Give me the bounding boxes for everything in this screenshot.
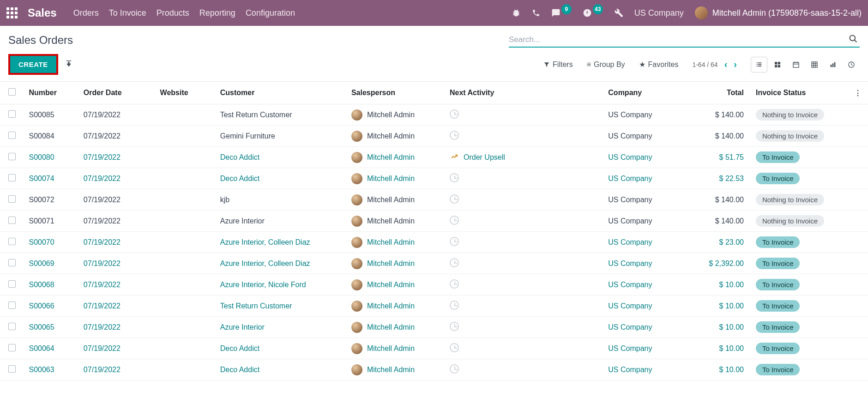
- row-checkbox[interactable]: [8, 174, 16, 181]
- clock-icon[interactable]: [450, 216, 459, 225]
- row-checkbox[interactable]: [8, 259, 16, 266]
- clock-icon[interactable]: [450, 279, 459, 289]
- create-button[interactable]: CREATE: [8, 54, 58, 75]
- clock-icon[interactable]: [450, 109, 459, 119]
- cell-salesperson[interactable]: Mitchell Admin: [367, 323, 415, 332]
- filters-button[interactable]: Filters: [543, 60, 573, 69]
- nav-products[interactable]: Products: [157, 8, 189, 18]
- th-customer[interactable]: Customer: [217, 82, 348, 104]
- row-checkbox[interactable]: [8, 195, 16, 203]
- cell-company[interactable]: US Company: [608, 281, 652, 289]
- row-checkbox[interactable]: [8, 217, 16, 224]
- th-next-activity[interactable]: Next Activity: [446, 82, 604, 104]
- pager-text[interactable]: 1-64 / 64: [692, 61, 717, 68]
- cell-salesperson[interactable]: Mitchell Admin: [367, 132, 415, 140]
- company-switcher[interactable]: US Company: [634, 8, 684, 18]
- table-row[interactable]: S00084 07/19/2022 Gemini Furniture Mitch…: [0, 126, 868, 147]
- table-row[interactable]: S00074 07/19/2022 Deco Addict Mitchell A…: [0, 168, 868, 189]
- table-row[interactable]: S00068 07/19/2022 Azure Interior, Nicole…: [0, 274, 868, 295]
- messages-icon[interactable]: 9: [551, 8, 572, 18]
- brand-title[interactable]: Sales: [28, 6, 57, 19]
- row-checkbox[interactable]: [8, 280, 16, 288]
- cell-customer[interactable]: Azure Interior, Nicole Ford: [220, 281, 306, 289]
- cell-salesperson[interactable]: Mitchell Admin: [367, 302, 415, 310]
- th-total[interactable]: Total: [692, 82, 752, 104]
- th-order-date[interactable]: Order Date: [80, 82, 157, 104]
- cell-customer[interactable]: Test Return Customer: [220, 302, 292, 310]
- table-row[interactable]: S00069 07/19/2022 Azure Interior, Collee…: [0, 253, 868, 274]
- clock-icon[interactable]: [450, 131, 459, 140]
- table-row[interactable]: S00071 07/19/2022 Azure Interior Mitchel…: [0, 211, 868, 232]
- view-pivot-icon[interactable]: [806, 57, 823, 72]
- cell-company[interactable]: US Company: [608, 196, 652, 204]
- cell-number[interactable]: S00066: [29, 302, 54, 310]
- cell-number[interactable]: S00084: [29, 132, 54, 140]
- clock-icon[interactable]: [450, 194, 459, 204]
- groupby-button[interactable]: ≡ Group By: [587, 60, 625, 69]
- bug-icon[interactable]: [512, 8, 521, 18]
- table-row[interactable]: S00064 07/19/2022 Deco Addict Mitchell A…: [0, 338, 868, 359]
- cell-customer[interactable]: Azure Interior: [220, 217, 265, 225]
- clock-icon[interactable]: [450, 364, 459, 374]
- row-checkbox[interactable]: [8, 323, 16, 330]
- search-input[interactable]: [509, 35, 847, 44]
- cell-salesperson[interactable]: Mitchell Admin: [367, 153, 415, 162]
- clock-icon[interactable]: [450, 301, 459, 310]
- cell-customer[interactable]: Test Return Customer: [220, 111, 292, 119]
- view-activity-icon[interactable]: [843, 57, 860, 72]
- search-icon[interactable]: [847, 34, 860, 45]
- cell-company[interactable]: US Company: [608, 238, 652, 246]
- table-row[interactable]: S00085 07/19/2022 Test Return Customer M…: [0, 104, 868, 126]
- cell-number[interactable]: S00074: [29, 175, 54, 182]
- table-row[interactable]: S00065 07/19/2022 Azure Interior Mitchel…: [0, 317, 868, 338]
- pager-next-icon[interactable]: ›: [734, 59, 737, 70]
- nav-reporting[interactable]: Reporting: [199, 8, 235, 18]
- cell-number[interactable]: S00069: [29, 259, 54, 267]
- row-checkbox[interactable]: [8, 153, 16, 160]
- table-row[interactable]: S00066 07/19/2022 Test Return Customer M…: [0, 295, 868, 317]
- row-checkbox[interactable]: [8, 238, 16, 245]
- cell-salesperson[interactable]: Mitchell Admin: [367, 175, 415, 183]
- user-menu[interactable]: Mitchell Admin (17590876-saas-15-2-all): [695, 6, 862, 19]
- row-checkbox[interactable]: [8, 365, 16, 373]
- clock-icon[interactable]: [450, 173, 459, 182]
- cell-customer[interactable]: Deco Addict: [220, 175, 259, 182]
- cell-number[interactable]: S00071: [29, 217, 54, 225]
- cell-salesperson[interactable]: Mitchell Admin: [367, 259, 415, 268]
- cell-customer[interactable]: Azure Interior: [220, 323, 265, 331]
- th-website[interactable]: Website: [157, 82, 217, 104]
- cell-number[interactable]: S00085: [29, 111, 54, 119]
- cell-company[interactable]: US Company: [608, 259, 652, 267]
- wrench-icon[interactable]: [614, 8, 623, 18]
- cell-salesperson[interactable]: Mitchell Admin: [367, 238, 415, 247]
- cell-company[interactable]: US Company: [608, 302, 652, 310]
- cell-company[interactable]: US Company: [608, 175, 652, 182]
- row-checkbox[interactable]: [8, 301, 16, 309]
- th-company[interactable]: Company: [604, 82, 692, 104]
- row-checkbox[interactable]: [8, 132, 16, 139]
- nav-to-invoice[interactable]: To Invoice: [109, 8, 146, 18]
- column-options-icon[interactable]: ⋮: [854, 89, 862, 97]
- cell-number[interactable]: S00068: [29, 281, 54, 289]
- cell-customer[interactable]: Deco Addict: [220, 153, 259, 161]
- cell-company[interactable]: US Company: [608, 111, 652, 119]
- th-number[interactable]: Number: [25, 82, 79, 104]
- cell-company[interactable]: US Company: [608, 153, 652, 161]
- search-bar[interactable]: [509, 32, 860, 48]
- table-row[interactable]: S00072 07/19/2022 kjb Mitchell Admin US …: [0, 189, 868, 211]
- view-kanban-icon[interactable]: [769, 57, 786, 72]
- cell-salesperson[interactable]: Mitchell Admin: [367, 344, 415, 353]
- chart-line-icon[interactable]: [450, 153, 459, 162]
- cell-customer[interactable]: Deco Addict: [220, 366, 259, 374]
- favorites-button[interactable]: ★ Favorites: [639, 60, 679, 69]
- row-checkbox[interactable]: [8, 110, 16, 118]
- cell-customer[interactable]: Deco Addict: [220, 344, 259, 352]
- phone-icon[interactable]: [532, 9, 540, 17]
- view-graph-icon[interactable]: [825, 57, 841, 72]
- cell-salesperson[interactable]: Mitchell Admin: [367, 281, 415, 289]
- apps-icon[interactable]: [6, 7, 18, 18]
- cell-number[interactable]: S00070: [29, 238, 54, 246]
- cell-company[interactable]: US Company: [608, 217, 652, 225]
- cell-salesperson[interactable]: Mitchell Admin: [367, 217, 415, 225]
- cell-number[interactable]: S00072: [29, 196, 54, 204]
